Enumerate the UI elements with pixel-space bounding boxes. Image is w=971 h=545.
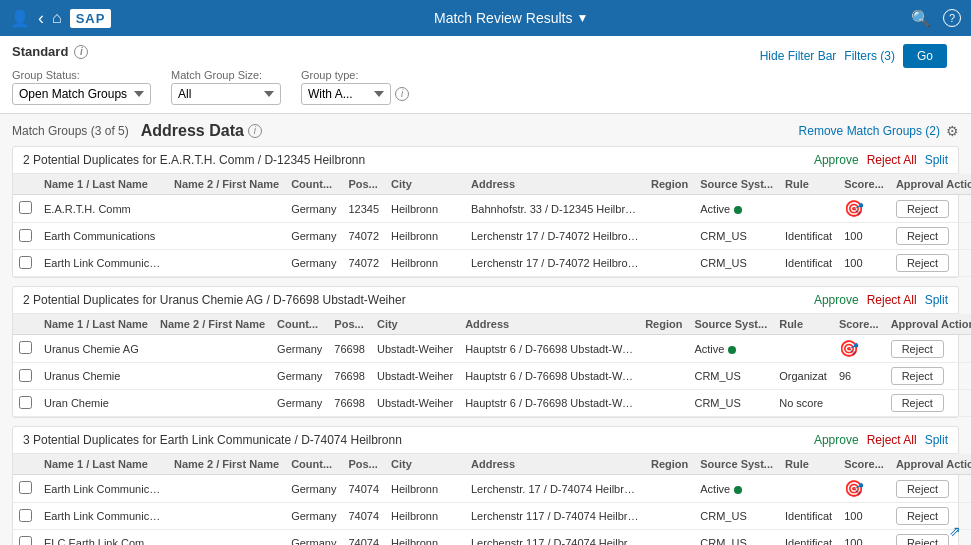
row-2-source: CRM_US bbox=[694, 250, 779, 277]
row-0-action: Reject bbox=[885, 335, 971, 363]
row-0-checkbox[interactable] bbox=[19, 201, 32, 214]
row-1-name2 bbox=[154, 363, 271, 390]
row-0-checkbox[interactable] bbox=[19, 481, 32, 494]
row-2-region bbox=[645, 250, 694, 277]
match-group-1-approve-btn[interactable]: Approve bbox=[814, 153, 859, 167]
col-header-2: Count... bbox=[285, 174, 342, 195]
row-0-reject-btn[interactable]: Reject bbox=[891, 340, 944, 358]
search-icon[interactable]: 🔍 bbox=[911, 9, 931, 28]
row-0-name1: Uranus Chemie AG bbox=[38, 335, 154, 363]
row-0-checkbox[interactable] bbox=[19, 341, 32, 354]
row-0-source: Active bbox=[694, 195, 779, 223]
hide-filter-bar-link[interactable]: Hide Filter Bar bbox=[760, 49, 837, 63]
row-0-reject-btn[interactable]: Reject bbox=[896, 480, 949, 498]
row-1-reject-btn[interactable]: Reject bbox=[896, 507, 949, 525]
match-group-1-split-btn[interactable]: Split bbox=[925, 153, 948, 167]
row-1-city: Heilbronn bbox=[385, 503, 465, 530]
help-icon[interactable]: ? bbox=[943, 9, 961, 27]
match-group-2-header: 2 Potential Duplicates for Uranus Chemie… bbox=[13, 287, 958, 314]
col-header-5: Address bbox=[465, 174, 645, 195]
target-icon[interactable]: 🎯 bbox=[839, 340, 859, 357]
match-group-2-approve-btn[interactable]: Approve bbox=[814, 293, 859, 307]
row-1-checkbox[interactable] bbox=[19, 369, 32, 382]
match-group-3: 3 Potential Duplicates for Earth Link Co… bbox=[12, 426, 959, 545]
row-2-reject-btn[interactable]: Reject bbox=[896, 534, 949, 545]
row-1-name1: Earth Link Communicatio bbox=[38, 503, 168, 530]
active-dot bbox=[734, 486, 742, 494]
section-info-icon[interactable]: i bbox=[248, 124, 262, 138]
col-header-3: Pos... bbox=[342, 454, 385, 475]
group-type-info-icon[interactable]: i bbox=[395, 87, 409, 101]
col-header-checkbox bbox=[13, 314, 38, 335]
table-row: Uran ChemieGermany76698Ubstadt-WeiherHau… bbox=[13, 390, 971, 417]
section-right-actions: Remove Match Groups (2) ⚙ bbox=[799, 123, 959, 139]
target-icon[interactable]: 🎯 bbox=[844, 200, 864, 217]
match-group-size-select[interactable]: All bbox=[171, 83, 281, 105]
row-1-reject-btn[interactable]: Reject bbox=[896, 227, 949, 245]
col-header-10: Approval Action bbox=[890, 454, 971, 475]
group-status-select[interactable]: Open Match Groups bbox=[12, 83, 151, 105]
row-1-address: Hauptstr 6 / D-76698 Ubstadt-Weiher bbox=[459, 363, 639, 390]
group-status-label: Group Status: bbox=[12, 69, 151, 81]
table-row: Uranus ChemieGermany76698Ubstadt-WeiherH… bbox=[13, 363, 971, 390]
match-group-2-split-btn[interactable]: Split bbox=[925, 293, 948, 307]
match-group-1-header: 2 Potential Duplicates for E.A.R.T.H. Co… bbox=[13, 147, 958, 174]
row-0-reject-btn[interactable]: Reject bbox=[896, 200, 949, 218]
row-2-pos: 74072 bbox=[342, 250, 385, 277]
match-group-1-reject-all-btn[interactable]: Reject All bbox=[867, 153, 917, 167]
col-header-10: Approval Action bbox=[885, 314, 971, 335]
col-header-7: Source Syst... bbox=[694, 174, 779, 195]
row-1-checkbox[interactable] bbox=[19, 229, 32, 242]
match-group-3-split-btn[interactable]: Split bbox=[925, 433, 948, 447]
row-1-checkbox[interactable] bbox=[19, 509, 32, 522]
row-2-checkbox[interactable] bbox=[19, 536, 32, 546]
row-1-name1: Earth Communications bbox=[38, 223, 168, 250]
match-group-1-actions: ApproveReject AllSplit bbox=[814, 153, 948, 167]
go-button[interactable]: Go bbox=[903, 44, 947, 68]
row-0-name2 bbox=[168, 475, 285, 503]
row-0-pos: 76698 bbox=[328, 335, 371, 363]
row-1-source: CRM_US bbox=[694, 223, 779, 250]
person-icon[interactable]: 👤 bbox=[10, 9, 30, 28]
home-icon[interactable]: ⌂ bbox=[52, 9, 62, 27]
section-header: Match Groups (3 of 5) Address Data i Rem… bbox=[12, 122, 959, 140]
row-2-score: 100 bbox=[838, 530, 890, 546]
row-2-checkbox[interactable] bbox=[19, 256, 32, 269]
row-2-checkbox[interactable] bbox=[19, 396, 32, 409]
table-row: Earth Link CommunicateGermany74074Heilbr… bbox=[13, 475, 971, 503]
match-group-3-reject-all-btn[interactable]: Reject All bbox=[867, 433, 917, 447]
group-type-select[interactable]: With A... bbox=[301, 83, 391, 105]
remove-match-groups-link[interactable]: Remove Match Groups (2) bbox=[799, 124, 940, 138]
col-header-0: Name 1 / Last Name bbox=[38, 314, 154, 335]
row-1-reject-btn[interactable]: Reject bbox=[891, 367, 944, 385]
settings-icon[interactable]: ⚙ bbox=[946, 123, 959, 139]
match-group-1: 2 Potential Duplicates for E.A.R.T.H. Co… bbox=[12, 146, 959, 278]
back-icon[interactable]: ‹ bbox=[38, 8, 44, 29]
row-1-rule: Organizat bbox=[773, 363, 833, 390]
col-header-6: Region bbox=[645, 174, 694, 195]
row-0-pos: 74074 bbox=[342, 475, 385, 503]
title-dropdown-icon[interactable]: ▼ bbox=[577, 11, 589, 25]
col-header-8: Rule bbox=[779, 174, 838, 195]
row-2-score bbox=[833, 390, 885, 417]
filter-bar: Standard i Hide Filter Bar Filters (3) G… bbox=[0, 36, 971, 114]
target-icon[interactable]: 🎯 bbox=[844, 480, 864, 497]
row-1-score: 100 bbox=[838, 503, 890, 530]
match-group-2: 2 Potential Duplicates for Uranus Chemie… bbox=[12, 286, 959, 418]
filter-info-icon[interactable]: i bbox=[74, 45, 88, 59]
filters-link[interactable]: Filters (3) bbox=[844, 49, 895, 63]
col-header-checkbox bbox=[13, 454, 38, 475]
match-group-2-reject-all-btn[interactable]: Reject All bbox=[867, 293, 917, 307]
row-2-reject-btn[interactable]: Reject bbox=[891, 394, 944, 412]
row-0-name1: E.A.R.T.H. Comm bbox=[38, 195, 168, 223]
row-0-city: Ubstadt-Weiher bbox=[371, 335, 459, 363]
row-2-name2 bbox=[168, 250, 285, 277]
table-row: ELC Earth Link CommuniGermany74074Heilbr… bbox=[13, 530, 971, 546]
row-2-address: Lerchenstr 17 / D-74072 Heilbronn bbox=[465, 250, 645, 277]
row-0-city: Heilbronn bbox=[385, 195, 465, 223]
col-header-0: Name 1 / Last Name bbox=[38, 174, 168, 195]
row-1-region bbox=[639, 363, 688, 390]
export-icon[interactable]: ⇗ bbox=[949, 523, 961, 539]
match-group-3-approve-btn[interactable]: Approve bbox=[814, 433, 859, 447]
row-2-reject-btn[interactable]: Reject bbox=[896, 254, 949, 272]
